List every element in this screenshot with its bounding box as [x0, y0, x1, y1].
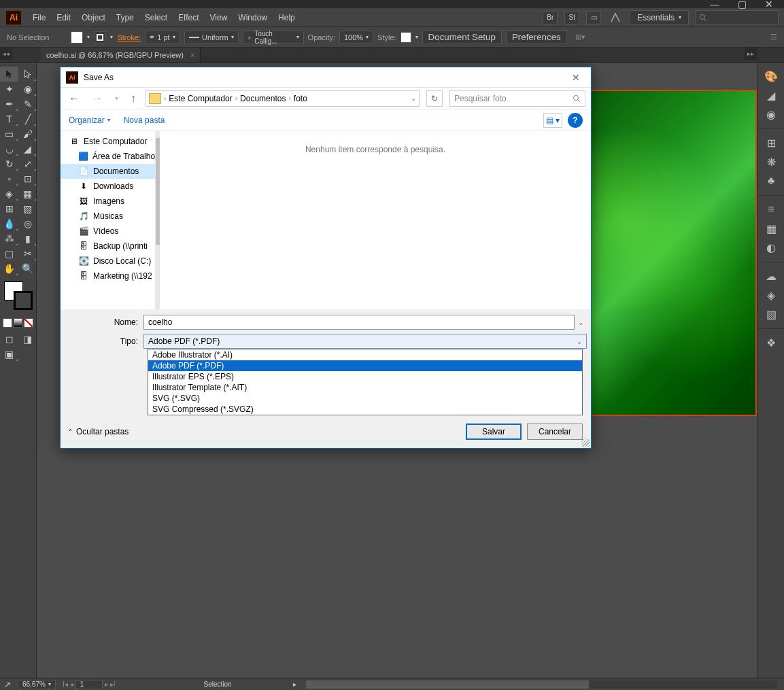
- type-tool[interactable]: T: [0, 111, 18, 126]
- lasso-tool[interactable]: ◉: [18, 82, 37, 97]
- opacity-field[interactable]: 100%▾: [339, 31, 373, 44]
- view-mode-button[interactable]: ▤ ▾: [543, 113, 562, 128]
- dialog-close-button[interactable]: ✕: [566, 69, 585, 86]
- gradient-tool[interactable]: ▧: [18, 201, 37, 216]
- free-transform-tool[interactable]: ⊡: [18, 171, 37, 186]
- minimize-button[interactable]: —: [705, 0, 724, 8]
- tree-item-2[interactable]: 📄Documentos: [61, 164, 155, 179]
- menu-window[interactable]: Window: [238, 13, 267, 22]
- stroke-color[interactable]: [14, 291, 33, 310]
- style-dropdown-icon[interactable]: ▾: [415, 34, 418, 40]
- tab-close-icon[interactable]: ×: [190, 51, 194, 59]
- symbols-panel-icon[interactable]: ❋: [757, 152, 784, 171]
- tree-item-5[interactable]: 🎵Músicas: [61, 209, 155, 224]
- filename-input[interactable]: [143, 315, 575, 330]
- blend-tool[interactable]: ◎: [18, 216, 37, 231]
- tree-item-6[interactable]: 🎬Vídeos: [61, 224, 155, 239]
- tree-item-3[interactable]: ⬇Downloads: [61, 179, 155, 194]
- workspace-switcher[interactable]: Essentials ▾: [630, 10, 689, 25]
- menu-edit[interactable]: Edit: [56, 13, 71, 22]
- menu-effect[interactable]: Effect: [178, 13, 199, 22]
- pen-tool[interactable]: ✒: [0, 97, 18, 111]
- artboards-panel-icon[interactable]: ▧: [757, 305, 784, 324]
- breadcrumb-0[interactable]: Este Computador: [169, 94, 232, 103]
- gpu-icon[interactable]: [608, 11, 623, 24]
- menu-select[interactable]: Select: [145, 13, 167, 22]
- draw-behind[interactable]: ◨: [18, 332, 37, 347]
- mode-none[interactable]: [24, 318, 33, 328]
- tree-item-0[interactable]: 🖥Este Computador: [61, 134, 155, 149]
- color-panel-icon[interactable]: 🎨: [757, 67, 784, 86]
- breadcrumb-1[interactable]: Documentos: [240, 94, 286, 103]
- hide-folders-toggle[interactable]: ˄ Ocultar pastas: [69, 427, 129, 436]
- resize-grip[interactable]: [581, 438, 590, 447]
- artboard-number[interactable]: 1: [75, 680, 103, 689]
- stroke-link[interactable]: Stroke:: [117, 33, 141, 41]
- close-button[interactable]: ✕: [760, 0, 779, 8]
- filetype-option-4[interactable]: SVG (*.SVG): [148, 393, 582, 404]
- fill-stroke-indicator[interactable]: [3, 280, 33, 314]
- new-folder-button[interactable]: Nova pasta: [124, 116, 165, 125]
- filetype-option-5[interactable]: SVG Compressed (*.SVGZ): [148, 404, 582, 415]
- breadcrumb-2[interactable]: foto: [294, 94, 307, 103]
- slice-tool[interactable]: ✂: [18, 246, 37, 261]
- toolbar-collapse-right[interactable]: ▸▸: [745, 48, 757, 60]
- document-setup-button[interactable]: Document Setup: [422, 30, 502, 44]
- fill-swatch[interactable]: [71, 31, 83, 44]
- column-graph-tool[interactable]: ▮: [18, 231, 37, 246]
- filetype-select[interactable]: Adobe PDF (*.PDF) ⌄: [143, 334, 587, 349]
- rectangle-tool[interactable]: ▭: [0, 126, 18, 141]
- mode-color[interactable]: [3, 318, 12, 328]
- mesh-tool[interactable]: ⊞: [0, 201, 18, 216]
- next-artboard[interactable]: ▸: [105, 680, 108, 688]
- menu-file[interactable]: File: [33, 13, 46, 22]
- stroke-dropdown-icon[interactable]: ▾: [110, 34, 113, 40]
- magic-wand-tool[interactable]: ✦: [0, 82, 18, 97]
- stroke-swatch[interactable]: [94, 31, 106, 44]
- stroke-weight-field[interactable]: ≑1 pt▾: [145, 31, 180, 44]
- scale-tool[interactable]: ⤢: [18, 156, 37, 171]
- layers-panel-icon[interactable]: ❖: [757, 333, 784, 352]
- last-artboard[interactable]: ▸I: [110, 680, 116, 688]
- organize-button[interactable]: Organizar▾: [69, 116, 110, 125]
- filetype-option-0[interactable]: Adobe Illustrator (*.AI): [148, 349, 582, 360]
- curvature-tool[interactable]: ✎: [18, 97, 37, 111]
- arrange-icon[interactable]: ▭: [586, 11, 601, 24]
- direct-selection-tool[interactable]: [18, 67, 37, 82]
- cancel-button[interactable]: Cancelar: [527, 424, 583, 440]
- filetype-option-2[interactable]: Illustrator EPS (*.EPS): [148, 371, 582, 382]
- menu-view[interactable]: View: [210, 13, 228, 22]
- tree-item-4[interactable]: 🖼Imagens: [61, 194, 155, 209]
- search-box[interactable]: [696, 10, 779, 25]
- eraser-tool[interactable]: ◢: [18, 141, 37, 156]
- shape-builder-tool[interactable]: ◈: [0, 186, 18, 201]
- menu-object[interactable]: Object: [82, 13, 105, 22]
- zoom-field[interactable]: 66,67%▾: [18, 680, 56, 689]
- tree-item-8[interactable]: 💽Disco Local (C:): [61, 254, 155, 269]
- stroke-panel-icon[interactable]: ♣: [757, 171, 784, 190]
- toolbar-collapse-left[interactable]: ◂◂: [0, 48, 12, 60]
- zoom-tool[interactable]: 🔍: [18, 261, 37, 276]
- filename-dropdown-icon[interactable]: ⌄: [575, 319, 587, 326]
- brush-def[interactable]: ●Touch Callig...▾: [243, 31, 304, 44]
- first-artboard[interactable]: I◂: [63, 680, 68, 688]
- nav-up-icon[interactable]: ↑: [128, 90, 139, 107]
- shaper-tool[interactable]: ◡: [0, 141, 18, 156]
- help-button[interactable]: ?: [568, 113, 583, 128]
- filetype-option-1[interactable]: Adobe PDF (*.PDF): [148, 360, 582, 371]
- breadcrumb-dropdown-icon[interactable]: ⌄: [411, 94, 416, 102]
- dialog-search-field[interactable]: Pesquisar foto: [449, 90, 585, 107]
- color-guide-icon[interactable]: ◢: [757, 86, 784, 105]
- mode-gradient[interactable]: [14, 318, 23, 328]
- bridge-icon[interactable]: Br: [543, 11, 558, 24]
- tree-item-1[interactable]: 🟦Área de Trabalho: [61, 149, 155, 164]
- fill-dropdown-icon[interactable]: ▾: [87, 34, 90, 40]
- tree-item-9[interactable]: 🗄Marketing (\\192: [61, 269, 155, 283]
- share-icon[interactable]: ↗: [4, 680, 11, 689]
- status-dropdown-icon[interactable]: ▸: [293, 680, 296, 688]
- stroke-profile[interactable]: Uniform▾: [184, 31, 239, 44]
- swatches-panel-icon[interactable]: ◉: [757, 105, 784, 124]
- options-menu-icon[interactable]: ☰: [770, 33, 777, 41]
- style-swatch[interactable]: [400, 32, 411, 43]
- nav-back-icon[interactable]: ←: [66, 90, 82, 107]
